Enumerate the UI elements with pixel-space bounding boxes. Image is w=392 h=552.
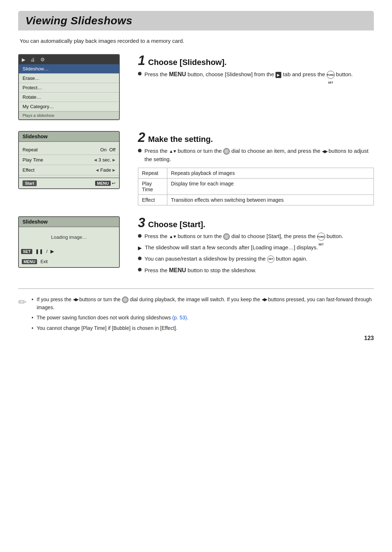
playback-icon: ▶ bbox=[22, 57, 25, 62]
lcd-screen-1: ▶ 🖨 ⚙ Slideshow… Erase… Protect… Rotate…… bbox=[18, 54, 120, 120]
menu-item-erase: Erase… bbox=[19, 74, 119, 83]
note-content: If you press the ◀▶ buttons or turn the … bbox=[32, 295, 374, 335]
bullet-dot-3c bbox=[138, 268, 142, 271]
lr-arrows-note-2: ◀▶ bbox=[262, 296, 267, 303]
table-cell-playtime-label: Play Time bbox=[138, 179, 167, 195]
step-3-bullet-text-4: Press the MENU button to stop the slides… bbox=[144, 266, 256, 275]
menu-item-description: Plays a slideshow bbox=[19, 111, 119, 119]
step-3-bullet-4: Press the MENU button to stop the slides… bbox=[138, 266, 374, 275]
bullet-dot-3a bbox=[138, 234, 142, 238]
step-3-bullet-1: Press the ▲▼ buttons or turn the dial to… bbox=[138, 232, 374, 241]
step-2-header: 2 Make the setting. bbox=[138, 131, 374, 144]
note-item-1: If you press the ◀▶ buttons or turn the … bbox=[32, 295, 374, 312]
step-1-header: 1 Choose [Slideshow]. bbox=[138, 54, 374, 67]
lcd-screen-3: Slideshow Loading image… SET ❚❚ / ▶ MENU… bbox=[18, 216, 120, 268]
playback-tab-icon: ▶ bbox=[275, 72, 281, 78]
lcd-loading: Loading image… bbox=[19, 227, 119, 249]
menu-bold: MENU bbox=[169, 71, 186, 77]
play-icon: ▶ bbox=[50, 249, 54, 254]
note-list: If you press the ◀▶ buttons or turn the … bbox=[32, 295, 374, 332]
step-1-bullets: Press the MENU button, choose [Slideshow… bbox=[138, 70, 374, 79]
bullet-dot-3b bbox=[138, 257, 142, 260]
step-3-bullet-3: You can pause/restart a slideshow by pre… bbox=[138, 255, 374, 263]
lcd-settings-title-2: Slideshow bbox=[19, 132, 119, 142]
settings-table: Repeat Repeats playback of images Play T… bbox=[138, 168, 374, 205]
effect-label: Effect bbox=[23, 167, 34, 173]
func-btn-2: FUNCSET bbox=[317, 233, 325, 241]
page-number: 123 bbox=[364, 335, 374, 342]
note-item-2: The power saving function does not work … bbox=[32, 314, 374, 322]
step-3-title: Choose [Start]. bbox=[148, 220, 205, 229]
step-2-bullet-text: Press the ▲▼ buttons or turn the dial to… bbox=[144, 147, 374, 163]
lcd-settings-2: Slideshow Repeat On Off Play Time ◀ 3 se… bbox=[19, 132, 119, 188]
step-3-number: 3 bbox=[138, 216, 145, 229]
settings-row-effect: Effect ◀ Fade ▶ bbox=[19, 165, 119, 175]
step-2-content: 2 Make the setting. Press the ▲▼ buttons… bbox=[138, 131, 374, 205]
step-2-number: 2 bbox=[138, 131, 145, 144]
step-1-row: ▶ 🖨 ⚙ Slideshow… Erase… Protect… Rotate…… bbox=[18, 54, 374, 120]
table-cell-effect-desc: Transition effects when switching betwee… bbox=[167, 195, 374, 205]
arrow-bullet: ▶ bbox=[138, 244, 142, 252]
repeat-label: Repeat bbox=[23, 147, 38, 152]
menu-item-rotate: Rotate… bbox=[19, 93, 119, 102]
lcd-menu-list-1: Slideshow… Erase… Protect… Rotate… My Ca… bbox=[19, 64, 119, 119]
step-2-bullet-1: Press the ▲▼ buttons or turn the dial to… bbox=[138, 147, 374, 163]
slash-separator: / bbox=[46, 249, 48, 254]
lcd-bottom-bar-2: Start MENU ↩ bbox=[19, 177, 119, 188]
func-btn-icon: FUNCSET bbox=[327, 71, 335, 79]
repeat-value: On Off bbox=[100, 147, 115, 152]
bullet-dot-1 bbox=[138, 72, 142, 75]
dial-icon bbox=[223, 148, 230, 155]
intro-text: You can automatically play back images r… bbox=[18, 38, 374, 44]
step-3-bullets: Press the ▲▼ buttons or turn the dial to… bbox=[138, 232, 374, 275]
table-cell-repeat-desc: Repeats playback of images bbox=[167, 168, 374, 179]
func-btn-3: SET bbox=[267, 255, 274, 263]
step-1-screen: ▶ 🖨 ⚙ Slideshow… Erase… Protect… Rotate…… bbox=[18, 54, 127, 120]
lcd-settings-title-3: Slideshow bbox=[19, 217, 119, 227]
up-down-arrows: ▲▼ bbox=[169, 148, 176, 155]
note-item-3: You cannot change [Play Time] if [Bubble… bbox=[32, 324, 374, 332]
settings-icon: ⚙ bbox=[40, 57, 45, 62]
lcd-topbar-1: ▶ 🖨 ⚙ bbox=[19, 55, 119, 64]
table-cell-effect-label: Effect bbox=[138, 195, 167, 205]
step-3-header: 3 Choose [Start]. bbox=[138, 216, 374, 229]
step-2-bullets: Press the ▲▼ buttons or turn the dial to… bbox=[138, 147, 374, 163]
set-label: SET bbox=[21, 249, 32, 254]
table-row-effect: Effect Transition effects when switching… bbox=[138, 195, 374, 205]
step-1-title: Choose [Slideshow]. bbox=[148, 58, 226, 67]
step-2-row: Slideshow Repeat On Off Play Time ◀ 3 se… bbox=[18, 131, 374, 205]
menu-label-exit: MENU bbox=[22, 259, 37, 264]
menu-item-slideshow: Slideshow… bbox=[19, 64, 119, 74]
step-1-bullet-text: Press the MENU button, choose [Slideshow… bbox=[144, 70, 353, 79]
dial-icon-note bbox=[122, 297, 128, 303]
menu-item-mycategory: My Category… bbox=[19, 102, 119, 111]
dial-icon-2 bbox=[223, 233, 230, 240]
start-btn: Start bbox=[23, 180, 37, 186]
playtime-label: Play Time bbox=[23, 157, 43, 163]
settings-row-playtime: Play Time ◀ 3 sec. ▶ bbox=[19, 155, 119, 165]
up-down-arrows-2: ▲▼ bbox=[169, 233, 176, 240]
step-3-bullet-text-1: Press the ▲▼ buttons or turn the dial to… bbox=[144, 232, 343, 241]
table-cell-repeat-label: Repeat bbox=[138, 168, 167, 179]
lcd-menu-exit: MENU Exit bbox=[19, 258, 119, 267]
loading-text: Loading image… bbox=[23, 234, 115, 240]
menu-return: MENU ↩ bbox=[95, 181, 115, 186]
step-1-bullet-1: Press the MENU button, choose [Slideshow… bbox=[138, 70, 374, 79]
step-2-title: Make the setting. bbox=[148, 135, 213, 144]
page-title: Viewing Slideshows bbox=[25, 15, 132, 26]
bullet-dot-2 bbox=[138, 149, 142, 152]
table-cell-playtime-desc: Display time for each image bbox=[167, 179, 374, 195]
step-1-number: 1 bbox=[138, 54, 145, 67]
pause-icon: ❚❚ bbox=[35, 249, 43, 254]
step-3-screen: Slideshow Loading image… SET ❚❚ / ▶ MENU… bbox=[18, 216, 127, 268]
menu-item-protect: Protect… bbox=[19, 83, 119, 93]
lcd-settings-3: Slideshow Loading image… SET ❚❚ / ▶ MENU… bbox=[19, 217, 119, 267]
table-row-repeat: Repeat Repeats playback of images bbox=[138, 168, 374, 179]
lcd-controls: SET ❚❚ / ▶ bbox=[19, 249, 119, 258]
playtime-value: ◀ 3 sec. ▶ bbox=[94, 157, 115, 163]
menu-label-icon: MENU bbox=[95, 181, 110, 186]
settings-row-repeat: Repeat On Off bbox=[19, 145, 119, 155]
note-section: ✏ If you press the ◀▶ buttons or turn th… bbox=[18, 289, 374, 335]
lr-arrows: ◀▶ bbox=[322, 148, 327, 155]
step-1-content: 1 Choose [Slideshow]. Press the MENU but… bbox=[138, 54, 374, 82]
